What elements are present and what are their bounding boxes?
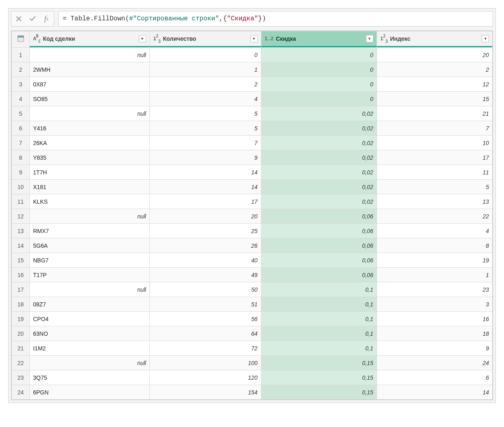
cell-discount[interactable]: 0,06 xyxy=(261,253,377,268)
cell-discount[interactable]: 0,02 xyxy=(261,180,377,194)
cell-qty[interactable]: 14 xyxy=(149,165,261,180)
cell-code[interactable]: null xyxy=(30,48,150,62)
cell-qty[interactable]: 40 xyxy=(149,253,261,268)
filter-dropdown-icon[interactable]: ▾ xyxy=(139,35,146,42)
cell-discount[interactable]: 0,1 xyxy=(261,326,377,341)
table-row[interactable]: 15NBG7400,0619 xyxy=(12,253,493,268)
filter-dropdown-icon[interactable]: ▾ xyxy=(250,35,258,42)
cell-index[interactable]: 4 xyxy=(377,224,492,238)
cell-discount[interactable]: 0,06 xyxy=(261,268,377,282)
cell-code[interactable]: 0X87 xyxy=(30,77,150,92)
cell-discount[interactable]: 0,15 xyxy=(261,356,377,370)
cell-code[interactable]: RMX7 xyxy=(30,224,150,238)
cell-discount[interactable]: 0,02 xyxy=(261,121,377,136)
cell-qty[interactable]: 120 xyxy=(149,370,261,385)
cell-code[interactable]: 63NO xyxy=(30,326,150,341)
cell-discount[interactable]: 0,02 xyxy=(261,150,377,165)
cell-discount[interactable]: 0 xyxy=(261,62,377,77)
row-number[interactable]: 13 xyxy=(12,224,30,238)
cell-index[interactable]: 24 xyxy=(377,356,492,370)
cell-code[interactable]: 5G6A xyxy=(30,238,150,253)
cell-discount[interactable]: 0,06 xyxy=(261,209,377,224)
table-row[interactable]: 233Q751200,156 xyxy=(12,370,493,385)
column-header[interactable]: 123Количество▾ xyxy=(149,31,261,46)
row-number[interactable]: 8 xyxy=(12,150,30,165)
cell-qty[interactable]: 2 xyxy=(149,77,261,92)
table-row[interactable]: 10X181140,025 xyxy=(12,180,493,194)
cell-code[interactable]: 2WMH xyxy=(30,62,150,77)
cell-qty[interactable]: 100 xyxy=(149,356,261,370)
cell-code[interactable]: 6PGN xyxy=(30,385,150,400)
row-number[interactable]: 11 xyxy=(12,194,30,209)
cell-qty[interactable]: 49 xyxy=(149,268,261,282)
cell-qty[interactable]: 14 xyxy=(149,180,261,194)
cell-index[interactable]: 2 xyxy=(377,62,492,77)
row-number[interactable]: 6 xyxy=(12,121,30,136)
cell-discount[interactable]: 0,1 xyxy=(261,297,377,312)
column-header[interactable]: ABCКод сделки▾ xyxy=(30,31,150,46)
cell-index[interactable]: 10 xyxy=(377,136,492,150)
table-row[interactable]: 2063NO640,118 xyxy=(12,326,493,341)
cell-index[interactable]: 12 xyxy=(377,77,492,92)
row-number[interactable]: 14 xyxy=(12,238,30,253)
column-header[interactable]: 123Индекс▾ xyxy=(377,31,492,46)
row-number[interactable]: 4 xyxy=(12,92,30,106)
column-header[interactable]: 1.2Скидка▾ xyxy=(261,31,377,46)
cell-qty[interactable]: 0 xyxy=(149,48,261,62)
table-row[interactable]: 22WMH102 xyxy=(12,62,493,77)
cell-qty[interactable]: 5 xyxy=(149,121,261,136)
row-number[interactable]: 22 xyxy=(12,356,30,370)
table-row[interactable]: 13RMX7250,064 xyxy=(12,224,493,238)
cell-discount[interactable]: 0,15 xyxy=(261,385,377,400)
table-row[interactable]: 5null50,0221 xyxy=(12,106,493,121)
filter-dropdown-icon[interactable]: ▾ xyxy=(366,35,373,42)
cell-code[interactable]: 3Q75 xyxy=(30,370,150,385)
cell-discount[interactable]: 0,06 xyxy=(261,238,377,253)
table-row[interactable]: 12null200,0622 xyxy=(12,209,493,224)
table-row[interactable]: 6Y41650,027 xyxy=(12,121,493,136)
cell-code[interactable]: T17P xyxy=(30,268,150,282)
cell-index[interactable]: 8 xyxy=(377,238,492,253)
cell-index[interactable]: 17 xyxy=(377,150,492,165)
table-row[interactable]: 726KA70,0210 xyxy=(12,136,493,150)
cell-qty[interactable]: 20 xyxy=(149,209,261,224)
accept-icon[interactable] xyxy=(28,15,37,23)
cell-index[interactable]: 19 xyxy=(377,253,492,268)
formula-input[interactable]: = Table.FillDown(#"Сортированные строки"… xyxy=(58,11,493,26)
row-number[interactable]: 2 xyxy=(12,62,30,77)
table-row[interactable]: 22null1000,1524 xyxy=(12,356,493,370)
cell-qty[interactable]: 25 xyxy=(149,224,261,238)
row-number[interactable]: 18 xyxy=(12,297,30,312)
cell-code[interactable]: Y416 xyxy=(30,121,150,136)
cell-code[interactable]: null xyxy=(30,209,150,224)
cell-code[interactable]: X181 xyxy=(30,180,150,194)
cell-qty[interactable]: 51 xyxy=(149,297,261,312)
cell-index[interactable]: 1 xyxy=(377,268,492,282)
cell-index[interactable]: 22 xyxy=(377,209,492,224)
table-row[interactable]: 30X872012 xyxy=(12,77,493,92)
row-number[interactable]: 23 xyxy=(12,370,30,385)
cell-qty[interactable]: 64 xyxy=(149,326,261,341)
cell-discount[interactable]: 0 xyxy=(261,48,377,62)
table-row[interactable]: 11KLKS170,0213 xyxy=(12,194,493,209)
cell-code[interactable]: KLKS xyxy=(30,194,150,209)
cell-qty[interactable]: 26 xyxy=(149,238,261,253)
cell-index[interactable]: 11 xyxy=(377,165,492,180)
row-number[interactable]: 21 xyxy=(12,341,30,356)
filter-dropdown-icon[interactable]: ▾ xyxy=(482,35,489,42)
cell-discount[interactable]: 0,02 xyxy=(261,165,377,180)
cell-qty[interactable]: 56 xyxy=(149,312,261,326)
cell-code[interactable]: null xyxy=(30,356,150,370)
cell-qty[interactable]: 9 xyxy=(149,150,261,165)
cell-qty[interactable]: 50 xyxy=(149,282,261,297)
cell-index[interactable]: 15 xyxy=(377,92,492,106)
cell-index[interactable]: 21 xyxy=(377,106,492,121)
cell-index[interactable]: 6 xyxy=(377,370,492,385)
cell-index[interactable]: 7 xyxy=(377,121,492,136)
cell-qty[interactable]: 7 xyxy=(149,136,261,150)
cell-index[interactable]: 13 xyxy=(377,194,492,209)
fx-icon[interactable]: fx xyxy=(42,15,50,23)
cell-discount[interactable]: 0,15 xyxy=(261,370,377,385)
cell-discount[interactable]: 0,1 xyxy=(261,312,377,326)
cell-discount[interactable]: 0,1 xyxy=(261,282,377,297)
